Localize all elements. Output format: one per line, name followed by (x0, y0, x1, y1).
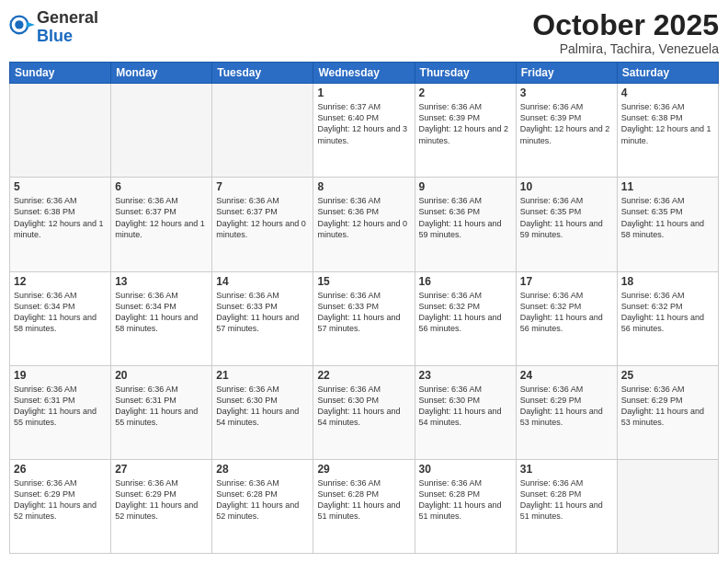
day-number: 6 (115, 180, 208, 193)
calendar-cell: 14Sunrise: 6:36 AM Sunset: 6:33 PM Dayli… (212, 271, 313, 365)
day-info: Sunrise: 6:36 AM Sunset: 6:31 PM Dayligh… (14, 384, 107, 429)
calendar-cell: 13Sunrise: 6:36 AM Sunset: 6:34 PM Dayli… (111, 271, 212, 365)
calendar-week-3: 12Sunrise: 6:36 AM Sunset: 6:34 PM Dayli… (10, 271, 719, 365)
calendar-cell: 3Sunrise: 6:36 AM Sunset: 6:39 PM Daylig… (516, 84, 617, 178)
calendar-cell: 28Sunrise: 6:36 AM Sunset: 6:28 PM Dayli… (212, 459, 313, 553)
calendar-week-5: 26Sunrise: 6:36 AM Sunset: 6:29 PM Dayli… (10, 459, 719, 553)
calendar-week-4: 19Sunrise: 6:36 AM Sunset: 6:31 PM Dayli… (10, 365, 719, 459)
calendar: Sunday Monday Tuesday Wednesday Thursday… (9, 62, 719, 554)
day-number: 20 (115, 369, 208, 382)
calendar-cell (617, 459, 718, 553)
svg-point-1 (15, 20, 23, 29)
day-number: 12 (14, 275, 107, 288)
day-number: 22 (317, 369, 410, 382)
day-info: Sunrise: 6:36 AM Sunset: 6:29 PM Dayligh… (621, 384, 714, 429)
day-number: 11 (621, 180, 714, 193)
day-info: Sunrise: 6:36 AM Sunset: 6:37 PM Dayligh… (216, 195, 309, 240)
calendar-cell: 31Sunrise: 6:36 AM Sunset: 6:28 PM Dayli… (516, 459, 617, 553)
calendar-week-1: 1Sunrise: 6:37 AM Sunset: 6:40 PM Daylig… (10, 84, 719, 178)
day-number: 14 (216, 275, 309, 288)
calendar-cell: 9Sunrise: 6:36 AM Sunset: 6:36 PM Daylig… (415, 178, 516, 271)
day-number: 9 (419, 180, 512, 193)
calendar-cell: 2Sunrise: 6:36 AM Sunset: 6:39 PM Daylig… (415, 84, 516, 178)
calendar-cell (212, 84, 313, 178)
day-number: 17 (520, 275, 613, 288)
day-info: Sunrise: 6:36 AM Sunset: 6:33 PM Dayligh… (317, 290, 410, 335)
day-info: Sunrise: 6:36 AM Sunset: 6:30 PM Dayligh… (419, 384, 512, 429)
day-info: Sunrise: 6:36 AM Sunset: 6:32 PM Dayligh… (419, 290, 512, 335)
day-info: Sunrise: 6:36 AM Sunset: 6:28 PM Dayligh… (317, 477, 410, 523)
day-info: Sunrise: 6:36 AM Sunset: 6:33 PM Dayligh… (216, 290, 309, 335)
day-number: 5 (14, 180, 107, 193)
header-monday: Monday (111, 63, 212, 84)
calendar-cell: 11Sunrise: 6:36 AM Sunset: 6:35 PM Dayli… (617, 178, 718, 271)
day-number: 28 (216, 463, 309, 476)
day-number: 2 (419, 86, 512, 99)
header-wednesday: Wednesday (313, 63, 415, 84)
day-number: 1 (317, 86, 410, 99)
day-number: 25 (621, 369, 714, 382)
day-number: 19 (14, 369, 107, 382)
calendar-cell: 4Sunrise: 6:36 AM Sunset: 6:38 PM Daylig… (617, 84, 718, 178)
day-info: Sunrise: 6:36 AM Sunset: 6:34 PM Dayligh… (14, 290, 107, 335)
day-info: Sunrise: 6:36 AM Sunset: 6:31 PM Dayligh… (115, 384, 208, 429)
svg-marker-2 (27, 22, 35, 28)
day-number: 3 (520, 86, 613, 99)
header-tuesday: Tuesday (212, 63, 313, 84)
calendar-cell: 12Sunrise: 6:36 AM Sunset: 6:34 PM Dayli… (10, 271, 111, 365)
calendar-cell: 20Sunrise: 6:36 AM Sunset: 6:31 PM Dayli… (111, 365, 212, 459)
calendar-cell: 29Sunrise: 6:36 AM Sunset: 6:28 PM Dayli… (313, 459, 415, 553)
logo-general-text: General (37, 9, 98, 28)
header: General Blue October 2025 Palmira, Tachi… (9, 9, 719, 56)
day-number: 31 (520, 463, 613, 476)
day-number: 16 (419, 275, 512, 288)
day-number: 10 (520, 180, 613, 193)
calendar-cell: 6Sunrise: 6:36 AM Sunset: 6:37 PM Daylig… (111, 178, 212, 271)
day-number: 13 (115, 275, 208, 288)
calendar-cell: 17Sunrise: 6:36 AM Sunset: 6:32 PM Dayli… (516, 271, 617, 365)
calendar-cell: 26Sunrise: 6:36 AM Sunset: 6:29 PM Dayli… (10, 459, 111, 553)
day-info: Sunrise: 6:36 AM Sunset: 6:30 PM Dayligh… (317, 384, 410, 429)
calendar-cell (10, 84, 111, 178)
month-title: October 2025 (532, 9, 719, 41)
logo-blue-text: Blue (37, 28, 98, 46)
day-info: Sunrise: 6:36 AM Sunset: 6:38 PM Dayligh… (14, 195, 107, 240)
title-area: October 2025 Palmira, Tachira, Venezuela (532, 9, 719, 56)
calendar-cell: 19Sunrise: 6:36 AM Sunset: 6:31 PM Dayli… (10, 365, 111, 459)
day-number: 26 (14, 463, 107, 476)
day-number: 21 (216, 369, 309, 382)
day-info: Sunrise: 6:36 AM Sunset: 6:30 PM Dayligh… (216, 384, 309, 429)
header-thursday: Thursday (415, 63, 516, 84)
day-info: Sunrise: 6:36 AM Sunset: 6:32 PM Dayligh… (621, 290, 714, 335)
day-info: Sunrise: 6:36 AM Sunset: 6:35 PM Dayligh… (621, 195, 714, 240)
day-info: Sunrise: 6:36 AM Sunset: 6:39 PM Dayligh… (419, 101, 512, 146)
calendar-week-2: 5Sunrise: 6:36 AM Sunset: 6:38 PM Daylig… (10, 178, 719, 271)
day-number: 4 (621, 86, 714, 99)
day-number: 7 (216, 180, 309, 193)
page: General Blue October 2025 Palmira, Tachi… (0, 0, 728, 563)
calendar-cell: 8Sunrise: 6:36 AM Sunset: 6:36 PM Daylig… (313, 178, 415, 271)
logo-text: General Blue (37, 9, 98, 46)
day-info: Sunrise: 6:36 AM Sunset: 6:36 PM Dayligh… (419, 195, 512, 240)
calendar-cell (111, 84, 212, 178)
day-info: Sunrise: 6:36 AM Sunset: 6:29 PM Dayligh… (520, 384, 613, 429)
calendar-cell: 22Sunrise: 6:36 AM Sunset: 6:30 PM Dayli… (313, 365, 415, 459)
calendar-cell: 23Sunrise: 6:36 AM Sunset: 6:30 PM Dayli… (415, 365, 516, 459)
day-info: Sunrise: 6:36 AM Sunset: 6:28 PM Dayligh… (216, 477, 309, 523)
day-info: Sunrise: 6:36 AM Sunset: 6:28 PM Dayligh… (419, 477, 512, 523)
day-number: 30 (419, 463, 512, 476)
calendar-cell: 25Sunrise: 6:36 AM Sunset: 6:29 PM Dayli… (617, 365, 718, 459)
day-info: Sunrise: 6:36 AM Sunset: 6:39 PM Dayligh… (520, 101, 613, 146)
calendar-cell: 27Sunrise: 6:36 AM Sunset: 6:29 PM Dayli… (111, 459, 212, 553)
day-number: 15 (317, 275, 410, 288)
calendar-cell: 16Sunrise: 6:36 AM Sunset: 6:32 PM Dayli… (415, 271, 516, 365)
calendar-cell: 24Sunrise: 6:36 AM Sunset: 6:29 PM Dayli… (516, 365, 617, 459)
day-info: Sunrise: 6:36 AM Sunset: 6:34 PM Dayligh… (115, 290, 208, 335)
day-info: Sunrise: 6:36 AM Sunset: 6:36 PM Dayligh… (317, 195, 410, 240)
day-info: Sunrise: 6:36 AM Sunset: 6:38 PM Dayligh… (621, 101, 714, 146)
day-number: 27 (115, 463, 208, 476)
calendar-cell: 1Sunrise: 6:37 AM Sunset: 6:40 PM Daylig… (313, 84, 415, 178)
calendar-cell: 5Sunrise: 6:36 AM Sunset: 6:38 PM Daylig… (10, 178, 111, 271)
logo: General Blue (9, 9, 98, 46)
day-info: Sunrise: 6:36 AM Sunset: 6:35 PM Dayligh… (520, 195, 613, 240)
